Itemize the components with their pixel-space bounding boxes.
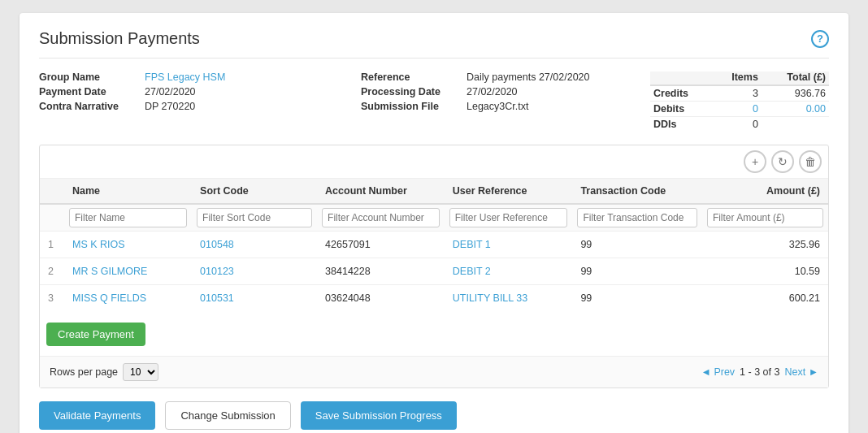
- col-account-number: Account Number: [317, 179, 445, 204]
- row-account-number: 03624048: [317, 285, 445, 312]
- filter-sort-code[interactable]: [197, 208, 312, 227]
- group-name-value: FPS Legacy HSM: [145, 71, 225, 83]
- row-user-reference: DEBIT 1: [445, 232, 573, 258]
- filter-account-number[interactable]: [322, 208, 440, 227]
- row-amount: 10.59: [702, 258, 828, 285]
- filter-name[interactable]: [69, 208, 187, 227]
- submission-file-value: Legacy3Cr.txt: [467, 101, 528, 112]
- rows-per-page-select[interactable]: 10 25 50: [123, 363, 158, 381]
- processing-date-value: 27/02/2020: [467, 86, 518, 97]
- row-sort-code: 010548: [192, 232, 317, 258]
- row-account-number: 42657091: [317, 232, 445, 258]
- payments-table-section: + ↻ 🗑 Name Sort Code Account Number User…: [39, 145, 829, 388]
- row-num: 2: [40, 258, 64, 285]
- table-row: 2 MR S GILMORE 010123 38414228 DEBIT 2 9…: [40, 258, 828, 285]
- ddis-items: 0: [712, 117, 762, 132]
- col-user-reference: User Reference: [445, 179, 573, 204]
- page-title: Submission Payments: [39, 29, 200, 48]
- add-button[interactable]: +: [744, 150, 766, 173]
- group-name-label: Group Name: [39, 71, 145, 83]
- filter-amount[interactable]: [707, 208, 823, 227]
- items-header: Items: [712, 71, 762, 85]
- row-amount: 325.96: [702, 232, 828, 258]
- total-header: Total (£): [762, 71, 829, 85]
- submission-file-label: Submission File: [361, 101, 467, 112]
- payment-date-value: 27/02/2020: [145, 86, 196, 97]
- payment-date-label: Payment Date: [39, 86, 145, 97]
- col-transaction-code: Transaction Code: [572, 179, 701, 204]
- col-num: [40, 179, 64, 204]
- meta-left: Group Name FPS Legacy HSM Payment Date 2…: [39, 71, 328, 132]
- debits-total: 0.00: [762, 102, 829, 117]
- refresh-button[interactable]: ↻: [771, 150, 794, 173]
- row-amount: 600.21: [702, 285, 828, 312]
- table-row: 1 MS K RIOS 010548 42657091 DEBIT 1 99 3…: [40, 232, 828, 258]
- col-sort-code: Sort Code: [192, 179, 317, 204]
- prev-button[interactable]: ◄ Prev: [701, 366, 736, 378]
- reference-label: Reference: [361, 71, 467, 83]
- meta-stats: Items Total (£) Credits 3 936.76 Debits …: [650, 71, 829, 132]
- next-button[interactable]: Next ►: [784, 366, 818, 378]
- meta-group: Group Name FPS Legacy HSM Payment Date 2…: [39, 71, 650, 132]
- filter-user-reference[interactable]: [449, 208, 568, 227]
- stats-table: Items Total (£) Credits 3 936.76 Debits …: [650, 71, 829, 132]
- contra-narrative-label: Contra Narrative: [39, 101, 145, 112]
- row-name: MS K RIOS: [64, 232, 192, 258]
- save-submission-button[interactable]: Save Submission Progress: [301, 401, 457, 430]
- table-toolbar: + ↻ 🗑: [40, 145, 828, 179]
- pagination-row: Rows per page 10 25 50 ◄ Prev 1 - 3 of 3…: [40, 356, 828, 388]
- debits-items: 0: [712, 102, 762, 117]
- create-payment-button[interactable]: Create Payment: [46, 323, 145, 346]
- row-num: 1: [40, 232, 64, 258]
- submission-payments-card: Submission Payments ? Group Name FPS Leg…: [20, 13, 848, 433]
- help-icon[interactable]: ?: [811, 30, 829, 48]
- meta-middle: Reference Daily payments 27/02/2020 Proc…: [361, 71, 650, 132]
- credits-total: 936.76: [762, 85, 829, 102]
- payments-table: Name Sort Code Account Number User Refer…: [40, 179, 828, 311]
- reference-value: Daily payments 27/02/2020: [467, 71, 589, 83]
- pagination-nav: ◄ Prev 1 - 3 of 3 Next ►: [701, 366, 818, 378]
- row-sort-code: 010531: [192, 285, 317, 312]
- row-name: MR S GILMORE: [64, 258, 192, 285]
- ddis-label: DDIs: [650, 117, 712, 132]
- page-info: 1 - 3 of 3: [740, 366, 779, 378]
- credits-label: Credits: [650, 85, 712, 102]
- card-header: Submission Payments ?: [39, 29, 829, 58]
- meta-section: Group Name FPS Legacy HSM Payment Date 2…: [39, 71, 829, 132]
- footer-actions: Validate Payments Change Submission Save…: [39, 401, 829, 430]
- filter-transaction-code[interactable]: [577, 208, 697, 227]
- debits-label: Debits: [650, 102, 712, 117]
- row-name: MISS Q FIELDS: [64, 285, 192, 312]
- row-account-number: 38414228: [317, 258, 445, 285]
- row-user-reference: DEBIT 2: [445, 258, 573, 285]
- row-num: 3: [40, 285, 64, 312]
- rows-per-page: Rows per page 10 25 50: [50, 363, 158, 381]
- col-amount: Amount (£): [702, 179, 828, 204]
- delete-button[interactable]: 🗑: [799, 150, 822, 173]
- change-submission-button[interactable]: Change Submission: [165, 401, 290, 430]
- table-row: 3 MISS Q FIELDS 010531 03624048 UTILITY …: [40, 285, 828, 312]
- row-user-reference: UTILITY BILL 33: [445, 285, 573, 312]
- processing-date-label: Processing Date: [361, 86, 467, 97]
- row-transaction-code: 99: [572, 258, 701, 285]
- contra-narrative-value: DP 270220: [145, 101, 195, 112]
- row-transaction-code: 99: [572, 285, 701, 312]
- row-sort-code: 010123: [192, 258, 317, 285]
- validate-payments-button[interactable]: Validate Payments: [39, 401, 155, 430]
- credits-items: 3: [712, 85, 762, 102]
- col-name: Name: [64, 179, 192, 204]
- rows-per-page-label: Rows per page: [50, 366, 118, 378]
- row-transaction-code: 99: [572, 232, 701, 258]
